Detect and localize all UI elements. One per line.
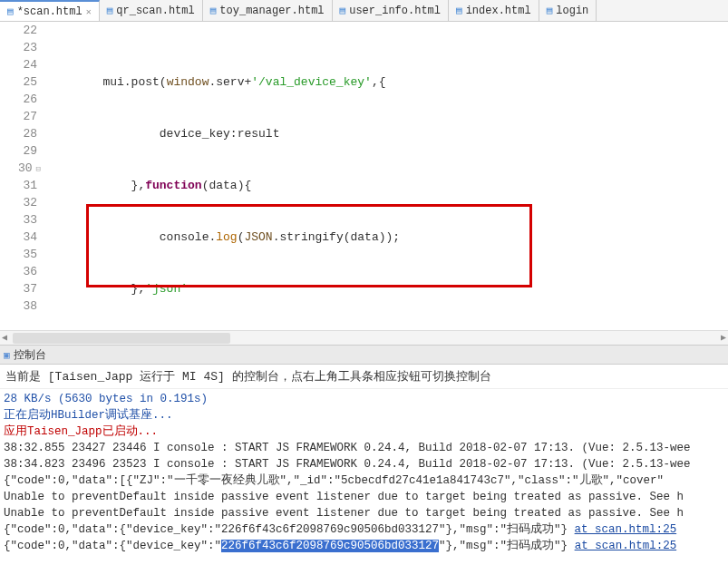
- console-line: 正在启动HBuilder调试基座...: [4, 407, 724, 424]
- source-link[interactable]: at scan.html:25: [575, 540, 677, 552]
- console-panel-header[interactable]: ▣控制台: [0, 345, 728, 365]
- annotation-box: [86, 204, 532, 287]
- source-link[interactable]: at scan.html:25: [575, 523, 677, 536]
- horizontal-scrollbar[interactable]: [0, 330, 728, 345]
- line-number: 26: [0, 91, 37, 108]
- console-line: 38:34.823 23496 23523 I console : START …: [4, 456, 724, 472]
- editor-tab-bar: ▤*scan.html✕ ▤qr_scan.html ▤toy_manager.…: [0, 0, 728, 22]
- html-file-icon: ▤: [340, 5, 346, 16]
- tab-login[interactable]: ▤login: [539, 0, 597, 21]
- line-number: 29: [0, 142, 37, 160]
- tab-label: toy_manager.html: [219, 5, 324, 17]
- console-line: 28 KB/s (5630 bytes in 0.191s): [4, 391, 724, 407]
- tab-label: *scan.html: [17, 5, 83, 18]
- line-number: 33: [0, 211, 37, 229]
- code-body[interactable]: mui.post(window.serv+'/val_device_key',{…: [43, 22, 728, 330]
- console-line: Unable to preventDefault inside passive …: [4, 489, 724, 505]
- tab-label: login: [556, 5, 588, 17]
- code-line[interactable]: },function(data){: [43, 177, 728, 194]
- line-number: 34: [0, 229, 37, 246]
- tab-scan[interactable]: ▤*scan.html✕: [0, 0, 100, 21]
- line-number: 36: [0, 263, 37, 280]
- line-gutter: 22 23 24 25 26 27 28 29 30 31 32 33 34 3…: [0, 22, 43, 330]
- console-line: 应用Taisen_Japp已启动...: [4, 424, 724, 440]
- console-line: Unable to preventDefault inside passive …: [4, 505, 724, 521]
- line-number: 22: [0, 22, 37, 39]
- close-icon[interactable]: ✕: [86, 6, 92, 17]
- line-number: 37: [0, 280, 37, 297]
- html-file-icon: ▤: [7, 5, 14, 17]
- tab-label: qr_scan.html: [116, 5, 194, 17]
- tab-index[interactable]: ▤index.html: [449, 0, 539, 21]
- scrollbar-thumb[interactable]: [13, 333, 230, 344]
- tab-label: index.html: [466, 5, 531, 17]
- line-number: 35: [0, 246, 37, 263]
- console-line: {"code":0,"data":{"device_key":"226f6f43…: [4, 538, 724, 554]
- html-file-icon: ▤: [547, 5, 553, 16]
- code-line[interactable]: device_key:result: [43, 125, 728, 142]
- line-number: 25: [0, 73, 37, 91]
- line-number: 31: [0, 177, 37, 194]
- console-line: 38:32.855 23427 23446 I console : START …: [4, 440, 724, 456]
- line-number: 38: [0, 297, 37, 315]
- tab-toy-manager[interactable]: ▤toy_manager.html: [203, 0, 333, 21]
- line-number: 27: [0, 108, 37, 125]
- console-output[interactable]: 28 KB/s (5630 bytes in 0.191s) 正在启动HBuil…: [0, 389, 728, 556]
- line-number: 30: [0, 160, 37, 177]
- line-number: 23: [0, 39, 37, 56]
- html-file-icon: ▤: [210, 5, 217, 16]
- tab-user-info[interactable]: ▤user_info.html: [333, 0, 449, 21]
- line-number: 32: [0, 194, 37, 211]
- console-hint: 当前是 [Taisen_Japp 运行于 MI 4S] 的控制台，点右上角工具条…: [0, 365, 728, 389]
- line-number: 24: [0, 56, 37, 73]
- selected-text: 226f6f43c6f2098769c90506bd033127: [221, 540, 439, 552]
- console-line: {"code":0,"data":[{"ZJ":"一千零一夜经典儿歌","_id…: [4, 472, 724, 489]
- console-title: 控制台: [14, 347, 46, 363]
- html-file-icon: ▤: [456, 5, 462, 16]
- code-editor[interactable]: 22 23 24 25 26 27 28 29 30 31 32 33 34 3…: [0, 22, 728, 330]
- tab-qr-scan[interactable]: ▤qr_scan.html: [100, 0, 203, 21]
- html-file-icon: ▤: [107, 5, 113, 16]
- tab-label: user_info.html: [349, 5, 441, 17]
- code-line[interactable]: mui.post(window.serv+'/val_device_key',{: [43, 73, 728, 91]
- console-icon: ▣: [4, 349, 10, 361]
- line-number: 28: [0, 125, 37, 142]
- console-line: {"code":0,"data":{"device_key":"226f6f43…: [4, 521, 724, 538]
